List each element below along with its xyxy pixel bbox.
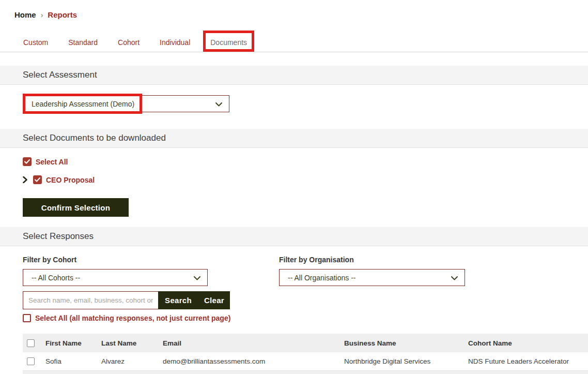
select-all-checkbox[interactable] <box>23 157 32 166</box>
confirm-selection-button[interactable]: Confirm Selection <box>23 198 129 217</box>
next-row-partial <box>23 371 588 374</box>
tab-individual[interactable]: Individual <box>159 37 191 48</box>
organisation-filter-value: -- All Organisations -- <box>288 274 355 282</box>
breadcrumb: Home › Reports <box>14 10 77 19</box>
search-button[interactable]: Search <box>158 291 198 309</box>
section-title: Select Responses <box>23 231 94 242</box>
select-all-matching-label: Select All (all matching responses, not … <box>35 314 230 322</box>
document-item-row: CEO Proposal <box>23 175 95 184</box>
breadcrumb-separator-icon: › <box>41 11 43 19</box>
col-header-business-name: Business Name <box>344 339 468 347</box>
section-title: Select Assessment <box>23 70 97 80</box>
col-header-email: Email <box>163 339 344 347</box>
clear-button[interactable]: Clear <box>198 291 230 309</box>
section-select-responses: Select Responses <box>0 227 588 246</box>
cell-business-name: Northbridge Digital Services <box>344 357 468 365</box>
col-header-last-name: Last Name <box>101 339 163 347</box>
table-row: Sofia Alvarez demo@brilliantassessments.… <box>23 352 588 371</box>
row-select-checkbox[interactable] <box>27 357 35 365</box>
breadcrumb-current[interactable]: Reports <box>48 10 77 19</box>
tab-cohort[interactable]: Cohort <box>117 37 140 48</box>
tab-documents-label: Documents <box>210 38 247 47</box>
ceo-proposal-checkbox[interactable] <box>33 175 42 184</box>
tab-standard[interactable]: Standard <box>68 37 98 48</box>
select-all-matching-checkbox[interactable] <box>23 314 31 322</box>
cohort-filter-value: -- All Cohorts -- <box>32 274 80 282</box>
cohort-filter-select[interactable]: -- All Cohorts -- <box>23 269 208 286</box>
cell-email: demo@brilliantassessments.com <box>163 357 344 365</box>
report-tabs: Custom Standard Cohort Individual Docume… <box>0 33 588 52</box>
tab-custom[interactable]: Custom <box>23 37 49 48</box>
header-select-checkbox[interactable] <box>27 339 35 347</box>
documents-select-all-row: Select All <box>23 157 68 166</box>
chevron-down-icon <box>451 274 458 282</box>
responses-table: First Name Last Name Email Business Name… <box>23 334 588 374</box>
select-all-label: Select All <box>36 158 68 166</box>
filter-by-organisation-label: Filter by Organisation <box>279 256 354 264</box>
organisation-filter-select[interactable]: -- All Organisations -- <box>279 269 465 286</box>
tab-documents[interactable]: Documents <box>210 37 247 48</box>
section-title: Select Documents to be downloaded <box>23 133 166 143</box>
section-select-assessment: Select Assessment <box>0 66 588 85</box>
chevron-down-icon <box>194 274 200 282</box>
document-item-label: CEO Proposal <box>46 176 95 184</box>
col-header-cohort-name: Cohort Name <box>468 339 588 347</box>
chevron-down-icon <box>215 100 222 108</box>
table-header-row: First Name Last Name Email Business Name… <box>23 334 588 352</box>
section-select-documents: Select Documents to be downloaded <box>0 129 588 148</box>
chevron-right-icon[interactable] <box>23 176 27 183</box>
col-header-first-name: First Name <box>45 339 101 347</box>
breadcrumb-home-link[interactable]: Home <box>14 10 36 19</box>
assessment-select[interactable]: Leadership Assessment (Demo) <box>23 95 229 112</box>
filter-by-cohort-label: Filter by Cohort <box>23 256 76 264</box>
search-row: Search Clear <box>23 291 230 309</box>
responses-select-all-row: Select All (all matching responses, not … <box>23 314 230 322</box>
search-input[interactable] <box>23 291 159 309</box>
assessment-select-value: Leadership Assessment (Demo) <box>32 100 134 108</box>
cell-first-name: Sofia <box>45 357 101 365</box>
cell-last-name: Alvarez <box>101 357 163 365</box>
cell-cohort-name: NDS Future Leaders Accelerator <box>468 357 588 365</box>
